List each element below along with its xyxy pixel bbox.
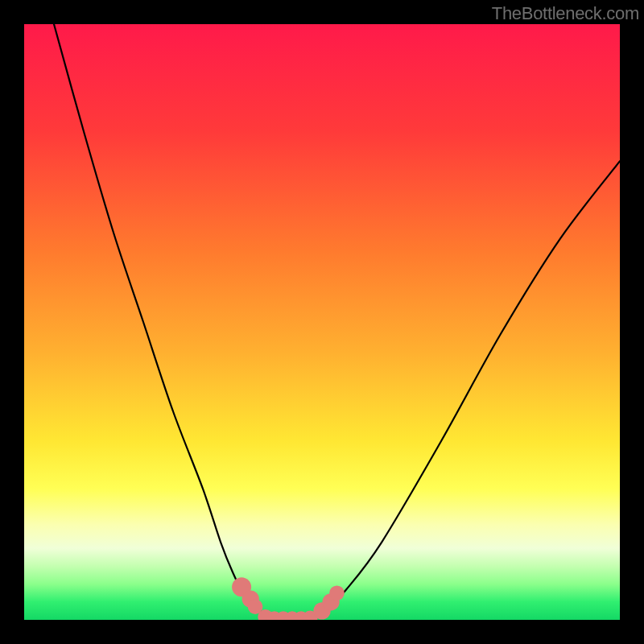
chart-frame (24, 24, 620, 620)
watermark: TheBottleneck.com (492, 3, 639, 24)
chart-curves (24, 24, 620, 620)
data-marker (329, 585, 345, 601)
series-right-curve (292, 161, 620, 620)
series-left-curve (54, 24, 292, 620)
